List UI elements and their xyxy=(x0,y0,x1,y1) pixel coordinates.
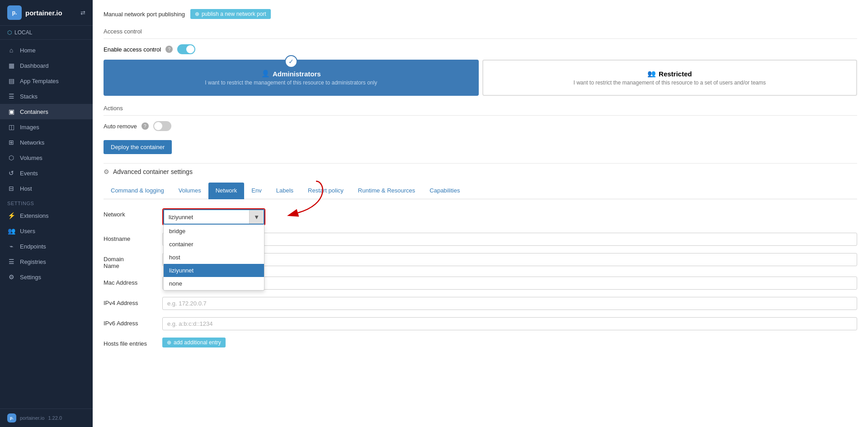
logo-icon: p. xyxy=(7,5,22,20)
ipv6-label: IPv6 Address xyxy=(104,317,162,327)
restricted-card-title: 👥 Restricted xyxy=(492,70,848,78)
network-option-host[interactable]: host xyxy=(164,251,264,264)
admin-card-title: 👤 Administrators xyxy=(113,70,469,78)
hosts-file-row: Hosts file entries ⊕ add additional entr… xyxy=(104,338,857,347)
hosts-file-wrap: ⊕ add additional entry xyxy=(162,338,857,347)
port-publishing-row: Manual network port publishing ⊕ publish… xyxy=(104,9,857,19)
sidebar-env: ⬡ LOCAL xyxy=(0,26,93,40)
sidebar-item-events[interactable]: ↺ Events xyxy=(0,165,93,181)
advanced-settings: ⚙ Advanced container settings xyxy=(104,163,857,175)
sidebar-item-dashboard-label: Dashboard xyxy=(20,62,49,69)
sidebar: p. portainer.io ⇄ ⬡ LOCAL ⌂ Home ▦ Dashb… xyxy=(0,0,93,427)
home-icon: ⌂ xyxy=(7,47,15,54)
sidebar-item-host[interactable]: ⊟ Host xyxy=(0,181,93,196)
access-control-toggle[interactable] xyxy=(177,44,195,54)
tab-labels[interactable]: Labels xyxy=(269,183,301,199)
sidebar-item-images[interactable]: ◫ Images xyxy=(0,119,93,135)
network-field-row: Network xyxy=(104,208,857,225)
ipv6-input[interactable] xyxy=(162,317,857,330)
help-icon[interactable]: ? xyxy=(165,46,173,53)
settings-icon: ⚙ xyxy=(7,273,15,281)
actions-label: Actions xyxy=(104,105,857,116)
sidebar-item-settings[interactable]: ⚙ Settings xyxy=(0,269,93,285)
tab-network[interactable]: Network xyxy=(208,183,245,199)
sidebar-item-dashboard[interactable]: ▦ Dashboard xyxy=(0,58,93,73)
sidebar-item-stacks-label: Stacks xyxy=(20,93,38,100)
footer-logo-icon: p. xyxy=(7,413,16,422)
sidebar-item-endpoints-label: Endpoints xyxy=(20,243,46,250)
app-templates-icon: ▤ xyxy=(7,77,15,84)
stacks-icon: ☰ xyxy=(7,93,15,100)
admin-access-card[interactable]: ✓ 👤 Administrators I want to restrict th… xyxy=(104,60,479,96)
port-section-label: Manual network port publishing xyxy=(104,11,185,18)
network-form: Network xyxy=(104,208,857,364)
sidebar-logo: p. portainer.io ⇄ xyxy=(0,0,93,26)
add-entry-button[interactable]: ⊕ add additional entry xyxy=(162,338,226,347)
annotation-arrow xyxy=(253,172,343,231)
deploy-button[interactable]: Deploy the container xyxy=(104,140,172,154)
env-dot: ⬡ xyxy=(7,29,12,36)
network-option-none[interactable]: none xyxy=(164,277,264,290)
gear-icon: ⚙ xyxy=(104,168,109,175)
publish-btn-label: publish a new network port xyxy=(202,11,266,17)
tab-capabilities[interactable]: Capabilities xyxy=(422,183,467,199)
sidebar-item-events-label: Events xyxy=(20,170,38,177)
network-field-wrap: ▼ bridge container host liziyunnet none xyxy=(162,208,857,225)
tab-volumes[interactable]: Volumes xyxy=(171,183,208,199)
footer-logo-text: portainer.io xyxy=(20,415,44,421)
network-dropdown-btn[interactable]: ▼ xyxy=(249,210,264,224)
users-icon: 👥 xyxy=(7,227,15,235)
sidebar-item-stacks[interactable]: ☰ Stacks xyxy=(0,89,93,104)
hostname-wrap xyxy=(162,233,857,246)
registries-icon: ☰ xyxy=(7,258,15,265)
tab-restart-policy[interactable]: Restart policy xyxy=(301,183,351,199)
ipv4-label: IPv4 Address xyxy=(104,297,162,306)
mac-address-label: Mac Address xyxy=(104,277,162,286)
sidebar-item-networks-label: Networks xyxy=(20,139,44,146)
sidebar-item-settings-label: Settings xyxy=(20,274,41,281)
restricted-access-card[interactable]: 👥 Restricted I want to restrict the mana… xyxy=(482,60,858,96)
tab-command-logging[interactable]: Command & logging xyxy=(104,183,171,199)
network-input-row: ▼ xyxy=(163,209,264,225)
sidebar-item-containers[interactable]: ▣ Containers xyxy=(0,104,93,119)
network-option-liziyunnet[interactable]: liziyunnet xyxy=(164,264,264,277)
extensions-icon: ⚡ xyxy=(7,212,15,219)
tab-runtime-resources[interactable]: Runtime & Resources xyxy=(351,183,422,199)
auto-remove-label: Auto remove xyxy=(104,123,137,130)
auto-remove-help-icon[interactable]: ? xyxy=(142,122,149,130)
network-option-container[interactable]: container xyxy=(164,238,264,251)
publish-port-button[interactable]: ⊕ publish a new network port xyxy=(190,9,271,19)
network-option-bridge[interactable]: bridge xyxy=(164,225,264,238)
access-control-label: Access control xyxy=(104,28,857,39)
sidebar-item-endpoints[interactable]: ⌁ Endpoints xyxy=(0,239,93,254)
settings-section-label: SETTINGS xyxy=(0,196,93,208)
network-input[interactable] xyxy=(164,211,249,223)
volumes-icon: ⬡ xyxy=(7,154,15,161)
enable-access-label: Enable access control xyxy=(104,46,161,53)
auto-remove-toggle[interactable] xyxy=(153,121,171,131)
ipv4-row: IPv4 Address xyxy=(104,297,857,310)
transfer-icon[interactable]: ⇄ xyxy=(80,9,85,16)
ipv4-input[interactable] xyxy=(162,297,857,310)
network-field-label: Network xyxy=(104,208,162,218)
sidebar-item-registries[interactable]: ☰ Registries xyxy=(0,254,93,269)
containers-icon: ▣ xyxy=(7,108,15,115)
hostname-input[interactable] xyxy=(162,233,857,246)
mac-address-input[interactable] xyxy=(162,277,857,290)
sidebar-item-networks[interactable]: ⊞ Networks xyxy=(0,135,93,150)
sidebar-item-extensions[interactable]: ⚡ Extensions xyxy=(0,208,93,223)
tab-env[interactable]: Env xyxy=(244,183,269,199)
logo-text: portainer.io xyxy=(25,9,62,17)
network-dropdown-list: bridge container host liziyunnet none xyxy=(163,225,264,291)
networks-icon: ⊞ xyxy=(7,139,15,146)
sidebar-item-host-label: Host xyxy=(20,185,32,192)
sidebar-item-volumes[interactable]: ⬡ Volumes xyxy=(0,150,93,165)
sidebar-item-home[interactable]: ⌂ Home xyxy=(0,42,93,58)
domain-name-label: DomainName xyxy=(104,253,162,269)
sidebar-item-app-templates[interactable]: ▤ App Templates xyxy=(0,73,93,89)
sidebar-item-users[interactable]: 👥 Users xyxy=(0,223,93,239)
ipv6-wrap xyxy=(162,317,857,330)
network-dropdown-box: ▼ bridge container host liziyunnet none xyxy=(162,208,265,225)
domain-name-input[interactable] xyxy=(162,253,857,266)
images-icon: ◫ xyxy=(7,123,15,131)
